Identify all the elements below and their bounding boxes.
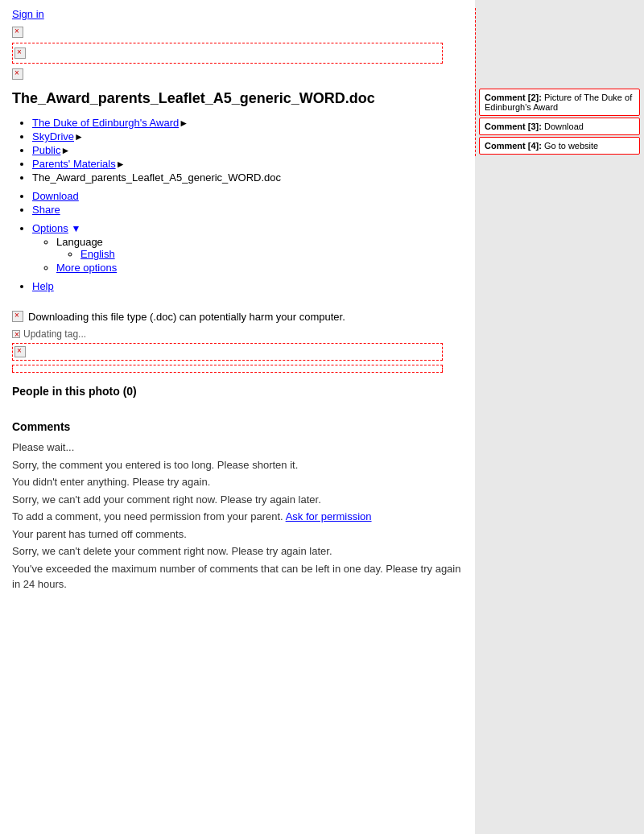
help-item: Help [32,280,463,292]
sign-in-link[interactable]: Sign in [12,8,44,20]
ask-permission-link[interactable]: Ask for permission [286,510,372,522]
download-link[interactable]: Download [32,190,79,202]
comment-3-text: Download [544,122,584,131]
updating-row: Updating tag... [0,328,475,341]
breadcrumb-list: The Duke of Edinburgh's Award► SkyDrive►… [12,117,463,184]
sidebar-comment-4: Comment [4]: Go to website [479,137,640,155]
comment-msg-8: You've exceeded the maximum number of co… [12,561,463,592]
updating-text: Updating tag... [23,328,86,340]
action-download: Download [32,190,463,202]
more-options-link[interactable]: More options [56,262,117,274]
breadcrumb-item-5: The_Award_parents_Leaflet_A5_generic_WOR… [32,171,463,184]
comments-title: Comments [12,420,463,433]
warning-icon [12,311,23,322]
warning-row: Downloading this file type (.doc) can po… [0,308,475,324]
breadcrumb-link-4[interactable]: Parents' Materials [32,158,116,170]
breadcrumb-item-3: Public► [32,144,463,156]
people-section: People in this photo (0) [0,377,475,412]
options-link[interactable]: Options [32,222,68,234]
comment-4-label: Comment [4]: [485,141,544,151]
updating-icon [12,330,20,338]
comment-msg-3: You didn't enter anything. Please try ag… [12,474,463,490]
file-title: The_Award_parents_Leaflet_A5_generic_WOR… [12,90,463,107]
language-label: Language [56,236,103,248]
comment-msg-7: Sorry, we can't delete your comment righ… [12,543,463,559]
english-link[interactable]: English [80,248,115,260]
breadcrumb-arrow-3: ► [60,145,70,156]
breadcrumb-item-4: Parents' Materials► [32,158,463,170]
broken-image-1 [12,27,23,38]
breadcrumb-arrow-4: ► [116,159,126,170]
broken-image-3 [12,68,23,80]
breadcrumb-arrow-2: ► [74,131,84,142]
action-share: Share [32,204,463,216]
more-options-item: More options [56,262,463,274]
breadcrumb-item-2: SkyDrive► [32,130,463,142]
language-sub-list: Language English More options [32,236,463,274]
share-link[interactable]: Share [32,204,60,216]
breadcrumb-link-3[interactable]: Public [32,144,60,156]
broken-image-2 [14,47,26,59]
sidebar-comment-3: Comment [3]: Download [479,118,640,135]
comments-section: Comments Please wait... Sorry, the comme… [0,412,475,610]
comment-4-text: Go to website [544,141,598,151]
comment-msg-1: Please wait... [12,440,463,456]
sidebar-comment-2: Comment [2]: Picture of The Duke of Edin… [479,89,640,116]
breadcrumb-link-1[interactable]: The Duke of Edinburgh's Award [32,117,179,129]
help-list: Help [12,280,463,292]
broken-image-4 [14,346,26,357]
comment-2-label: Comment [2]: [485,93,544,102]
people-title: People in this photo (0) [12,385,463,398]
sidebar: Comment [2]: Picture of The Duke of Edin… [475,0,644,834]
comment-messages: Please wait... Sorry, the comment you en… [12,440,463,592]
comment-msg-2: Sorry, the comment you entered is too lo… [12,457,463,473]
english-sub-list: English [56,248,463,260]
options-list: Options ▼ Language English Mo [12,222,463,274]
warning-text: Downloading this file type (.doc) can po… [28,311,345,323]
breadcrumb-link-2[interactable]: SkyDrive [32,130,74,142]
language-item: Language English [56,236,463,260]
comment-msg-5: To add a comment, you need permission fr… [12,509,463,525]
sidebar-comments: Comment [2]: Picture of The Duke of Edin… [475,0,644,164]
breadcrumb-arrow-1: ► [179,118,188,129]
comment-msg-6: Your parent has turned off comments. [12,526,463,543]
options-dropdown-icon: ▼ [71,223,80,234]
help-link[interactable]: Help [32,280,54,292]
options-item: Options ▼ Language English Mo [32,222,463,274]
comment-msg-4: Sorry, we can't add your comment right n… [12,492,463,508]
english-item: English [80,248,463,260]
breadcrumb-item-1: The Duke of Edinburgh's Award► [32,117,463,129]
action-list: Download Share [12,190,463,216]
comment-3-label: Comment [3]: [485,122,544,131]
